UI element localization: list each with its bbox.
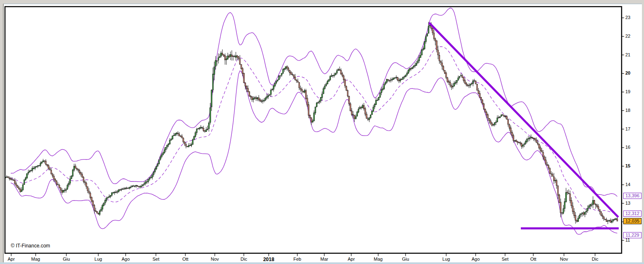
x-axis-month-label: Ago: [467, 257, 485, 262]
upper-band-price-tag: 13,396: [623, 193, 642, 199]
y-axis-price-label: 15: [625, 163, 630, 168]
y-axis-price-label: 11: [625, 237, 630, 242]
last-price-tag: 12,035: [623, 218, 642, 224]
y-axis-price-label: 23: [625, 15, 630, 20]
x-axis-month-label: Feb: [288, 257, 306, 262]
chart-window: © IT-Finance.com AprMagGiuLugAgoSetOttNo…: [0, 0, 644, 264]
x-axis-month-label: Giu: [57, 257, 75, 262]
y-axis-price-label: 18: [625, 108, 630, 113]
x-axis-month-label: Set: [147, 257, 165, 262]
y-axis-price-label: 21: [625, 52, 630, 57]
x-axis-month-label: Ott: [176, 257, 194, 262]
price-chart[interactable]: [0, 0, 644, 264]
y-axis-price-label: 14: [625, 182, 630, 187]
x-axis-month-label: Mar: [315, 257, 333, 262]
y-axis-price-label: 13: [625, 201, 630, 206]
x-axis-month-label: Nov: [555, 257, 573, 262]
x-axis-month-label: Dic: [235, 257, 253, 262]
middle-band-price-tag: 12,312: [623, 211, 642, 217]
bollinger-upper-band: [11, 8, 617, 196]
x-axis-month-label: Nov: [206, 257, 224, 262]
plot-area[interactable]: [5, 8, 619, 234]
y-axis-price-label: 16: [625, 145, 630, 150]
x-axis-month-label: Ago: [117, 257, 135, 262]
x-axis-month-label: Lug: [437, 257, 455, 262]
x-axis-month-label: Apr: [2, 257, 20, 262]
y-axis-price-label: 22: [625, 34, 630, 39]
x-axis-month-label: Set: [496, 257, 514, 262]
x-axis-month-label: Ott: [524, 257, 542, 262]
x-axis-month-label: Dic: [586, 257, 604, 262]
x-axis-month-label: Apr: [342, 257, 360, 262]
y-axis-price-label: 17: [625, 126, 630, 131]
copyright-label: © IT-Finance.com: [11, 243, 50, 249]
trendline[interactable]: [429, 23, 618, 217]
x-axis-month-label: 2018: [260, 257, 278, 262]
lower-band-price-tag: 11,229: [623, 232, 642, 238]
x-axis-month-label: Lug: [89, 257, 107, 262]
x-axis-month-label: Mag: [27, 257, 45, 262]
x-axis-month-label: Mag: [369, 257, 387, 262]
x-axis-month-label: Giu: [396, 257, 415, 262]
y-axis-price-label: 19: [625, 89, 630, 94]
y-axis-price-label: 20: [625, 70, 630, 75]
